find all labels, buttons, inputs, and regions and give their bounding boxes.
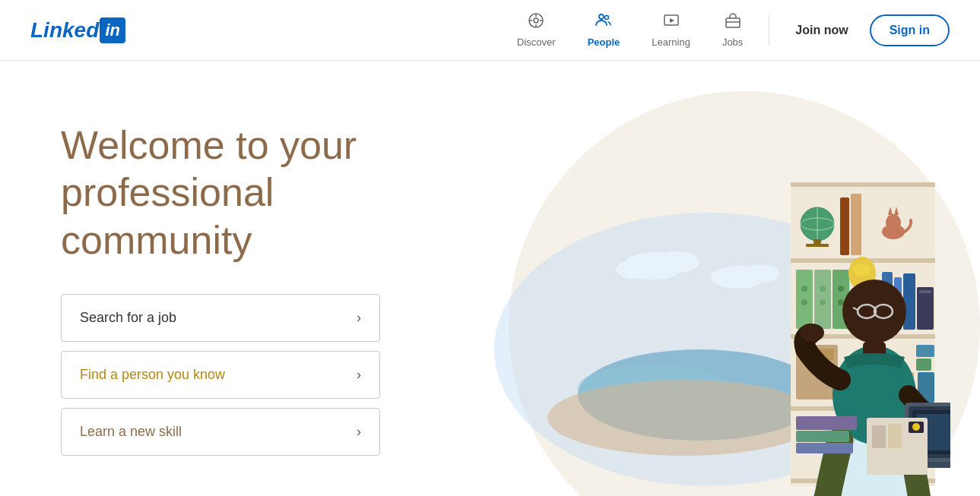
people-icon [595,11,613,33]
sign-in-button[interactable]: Sign in [870,14,950,46]
svg-rect-10 [726,18,740,27]
search-job-button[interactable]: Search for a job › [61,294,380,342]
svg-rect-64 [916,359,931,371]
svg-point-43 [820,286,826,292]
nav-item-people[interactable]: People [576,5,633,55]
chevron-right-icon-3: › [357,424,361,440]
nav-item-learning[interactable]: Learning [639,5,702,55]
svg-marker-9 [670,18,674,23]
find-person-button[interactable]: Find a person you know › [61,351,380,399]
main-nav: Discover People Learning [505,5,950,55]
svg-point-7 [604,15,608,19]
person-illustration [418,106,950,496]
nav-divider [769,15,769,46]
search-job-label: Search for a job [80,310,176,326]
main-content: Welcome to your professional community S… [0,61,980,496]
svg-rect-31 [806,244,829,247]
svg-point-14 [654,251,699,273]
learn-skill-button[interactable]: Learn a new skill › [61,408,380,456]
discover-icon [527,11,545,33]
svg-point-41 [801,286,807,292]
nav-item-jobs[interactable]: Jobs [710,5,755,55]
action-buttons: Search for a job › Find a person you kno… [61,294,380,456]
svg-point-49 [853,264,871,276]
jobs-icon [724,11,742,33]
svg-rect-89 [796,431,849,442]
svg-point-44 [820,299,826,305]
nav-label-discover: Discover [517,36,556,48]
nav-actions: Join now Sign in [783,14,950,46]
headline-line1: Welcome to your [61,123,357,167]
svg-rect-30 [813,239,821,244]
svg-point-45 [838,286,844,292]
svg-point-95 [912,423,920,431]
chevron-right-icon-2: › [357,367,361,383]
nav-label-people: People [588,36,620,48]
svg-point-1 [534,18,538,23]
svg-point-6 [599,14,604,19]
hero-illustration [441,106,934,496]
logo-box: in [100,17,125,43]
nav-label-learning: Learning [652,36,690,48]
find-person-label: Find a person you know [80,367,225,383]
svg-rect-54 [919,290,931,293]
svg-point-42 [801,299,807,305]
svg-rect-90 [796,443,853,453]
svg-rect-53 [917,287,934,330]
logo-text: Linked [30,18,99,43]
learn-skill-label: Learn a new skill [80,424,182,440]
svg-rect-63 [916,345,934,357]
svg-rect-92 [872,425,886,448]
chevron-right-icon: › [357,310,361,326]
svg-point-35 [886,214,901,231]
left-panel: Welcome to your professional community S… [61,106,456,456]
svg-rect-33 [851,194,861,255]
header: Linked in Discover [0,0,980,61]
svg-point-46 [838,299,844,305]
svg-point-79 [800,324,824,342]
svg-point-17 [741,264,779,283]
learning-icon [662,11,680,33]
join-now-button[interactable]: Join now [783,17,860,43]
nav-item-discover[interactable]: Discover [505,5,568,55]
headline-line2: professional community [61,170,274,261]
headline: Welcome to your professional community [61,122,456,264]
svg-rect-52 [903,273,915,330]
svg-rect-88 [796,416,857,430]
svg-rect-32 [840,197,849,255]
svg-point-15 [616,261,654,279]
svg-rect-22 [791,182,935,187]
nav-label-jobs: Jobs [722,36,743,48]
logo[interactable]: Linked in [30,17,125,43]
svg-rect-93 [888,424,902,448]
svg-point-20 [547,380,821,456]
